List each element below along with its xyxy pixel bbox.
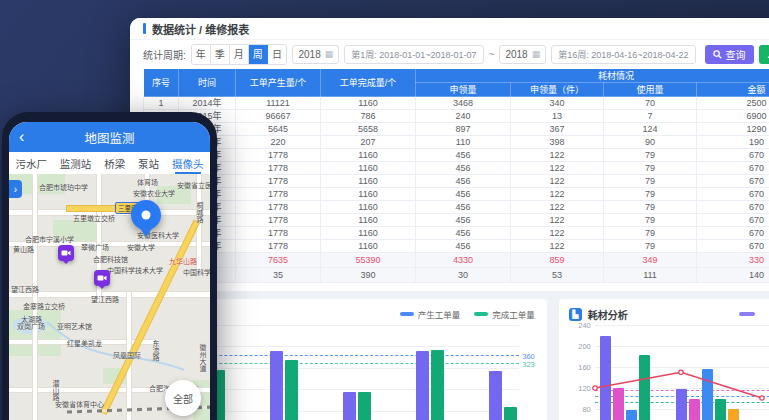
table-cell: 670 — [697, 227, 769, 240]
selected-location-pin[interactable] — [131, 200, 161, 230]
phone-tab-监测站[interactable]: 监测站 — [60, 152, 92, 174]
y-axis-tick: 200 — [571, 342, 591, 351]
table-cell: 670 — [697, 162, 769, 175]
legend-label: 完成工单量 — [492, 308, 535, 320]
export-excel-button[interactable]: 导出Excel — [759, 45, 769, 64]
table-row: 42017年22020711039890190 — [144, 136, 769, 149]
map-label: 安徽省体育中心 — [55, 401, 104, 409]
map-label: 中国科学技术大学 — [107, 267, 163, 275]
phone-mockup: ‹ 地图监测 污水厂监测站桥梁泵站摄像头 › 全部 三里庵合肥市琥珀中学体育场安… — [2, 112, 217, 420]
camera-marker[interactable] — [94, 270, 110, 286]
total-cell: 859 — [511, 253, 604, 268]
table-row: 62019年1778116045612279670 — [144, 162, 769, 175]
table-cell: 670 — [697, 240, 769, 253]
column-header: 工单完成量/个 — [321, 69, 416, 97]
table-cell: 79 — [604, 214, 697, 227]
bar-产生工单量 — [270, 351, 283, 420]
year-to-select[interactable]: 2018 ▦ — [499, 45, 546, 64]
table-cell: 79 — [604, 188, 697, 201]
table-cell: 122 — [511, 149, 604, 162]
filter-bar: 统计周期: 年季月周日 2018 ▦ 第1周: 2018-01-01~2018-… — [130, 40, 769, 68]
table-cell: 1160 — [321, 97, 416, 110]
table-cell: 786 — [321, 110, 416, 123]
map-label: 安徽大学 — [127, 244, 155, 252]
table-cell: 1778 — [236, 149, 321, 162]
map-view[interactable]: › 全部 三里庵合肥市琥珀中学体育场安徽农业大学安徽省立医院桐城路五里墩立交桥合… — [9, 174, 210, 420]
year-from-select[interactable]: 2018 ▦ — [292, 45, 339, 64]
legend-item[interactable]: 完成工单量 — [474, 308, 535, 320]
phone-tab-桥梁[interactable]: 桥梁 — [104, 152, 125, 174]
column-header: 序号 — [144, 69, 179, 97]
phone-app-header: ‹ 地图监测 — [9, 122, 210, 152]
period-option-日[interactable]: 日 — [268, 45, 287, 64]
table-cell: 79 — [604, 162, 697, 175]
table-row: 102023年1778116045612279670 — [144, 214, 769, 227]
period-option-年[interactable]: 年 — [192, 45, 211, 64]
camera-icon — [97, 274, 107, 282]
table-body: 12014年111211160346834070250022015年966677… — [144, 97, 769, 283]
filter-label: 统计周期: — [143, 47, 186, 62]
table-cell: 456 — [416, 188, 511, 201]
table-cell: 1160 — [321, 201, 416, 214]
table-cell: 456 — [416, 149, 511, 162]
period-option-周[interactable]: 周 — [249, 45, 268, 64]
table-cell: 1160 — [321, 149, 416, 162]
table-cell: 456 — [416, 162, 511, 175]
table-cell: 79 — [604, 201, 697, 214]
phone-tab-泵站[interactable]: 泵站 — [138, 152, 159, 174]
chart-icon: ▙ — [569, 308, 582, 321]
table-row: 32016年564556588973671241290 — [144, 123, 769, 136]
y-axis-tick: 120 — [571, 384, 591, 393]
table-cell: 79 — [604, 149, 697, 162]
table-cell: 456 — [416, 240, 511, 253]
camera-marker[interactable] — [58, 245, 74, 261]
phone-tab-污水厂[interactable]: 污水厂 — [15, 152, 47, 174]
table-cell: 1160 — [321, 162, 416, 175]
map-label: 桐城路 — [195, 202, 203, 223]
table-cell: 1160 — [321, 188, 416, 201]
table-cell: 1778 — [236, 201, 321, 214]
map-label: 体育场 — [137, 179, 158, 187]
table-cell: 122 — [511, 162, 604, 175]
table-cell: 79 — [604, 227, 697, 240]
map-label: 合肥市琥珀中学 — [39, 184, 88, 192]
week-to-box[interactable]: 第16周: 2018-04-16~2018-04-22 — [551, 45, 695, 64]
total-cell: 4330 — [416, 253, 511, 268]
query-button[interactable]: 查询 — [705, 45, 754, 64]
phone-page-title: 地图监测 — [84, 128, 134, 147]
period-option-季[interactable]: 季 — [211, 45, 230, 64]
total-cell: 55390 — [321, 253, 416, 268]
drawer-toggle-button[interactable]: › — [9, 180, 22, 198]
calendar-icon: ▦ — [325, 49, 334, 59]
table-cell: 96667 — [236, 110, 321, 123]
all-filter-button[interactable]: 全部 — [165, 380, 201, 416]
table-cell: 79 — [604, 240, 697, 253]
breadcrumb: 数据统计 / 维修报表 — [130, 18, 769, 40]
phone-tab-摄像头[interactable]: 摄像头 — [172, 152, 204, 174]
back-icon[interactable]: ‹ — [19, 129, 24, 145]
header-row-1: 序号时间工单产生量/个工单完成量/个耗材情况 — [144, 69, 769, 83]
table-cell: 79 — [604, 175, 697, 188]
table-cell: 122 — [511, 240, 604, 253]
legend-item[interactable]: 产生工单量 — [400, 308, 461, 320]
table-row: 12014年1112111603468340702500 — [144, 97, 769, 110]
period-option-月[interactable]: 月 — [230, 45, 249, 64]
table-cell: 1160 — [321, 175, 416, 188]
period-segmented-control: 年季月周日 — [191, 44, 288, 65]
table-row: 22015年966677862401376900 — [144, 110, 769, 123]
table-cell: 110 — [416, 136, 511, 149]
breadcrumb-text: 数据统计 / 维修报表 — [152, 21, 249, 37]
table-cell: 122 — [511, 175, 604, 188]
table-cell: 367 — [511, 123, 604, 136]
average-cell: 35 — [236, 268, 321, 283]
average-cell: 390 — [321, 268, 416, 283]
table-cell: 670 — [697, 201, 769, 214]
week-to-text: 第16周: 2018-04-16~2018-04-22 — [558, 48, 688, 61]
table-row: 112024年1778116045612279670 — [144, 227, 769, 240]
map-label: 亚明艺术馆 — [57, 323, 92, 331]
range-separator: ~ — [489, 49, 495, 60]
phone-screen: ‹ 地图监测 污水厂监测站桥梁泵站摄像头 › 全部 三里庵合肥市琥珀中学体育场安… — [9, 122, 210, 420]
table-row: 72020年1778116045612279670 — [144, 175, 769, 188]
week-from-box[interactable]: 第1周: 2018-01-01~2018-01-07 — [344, 45, 483, 64]
bar-产生工单量 — [416, 351, 429, 420]
